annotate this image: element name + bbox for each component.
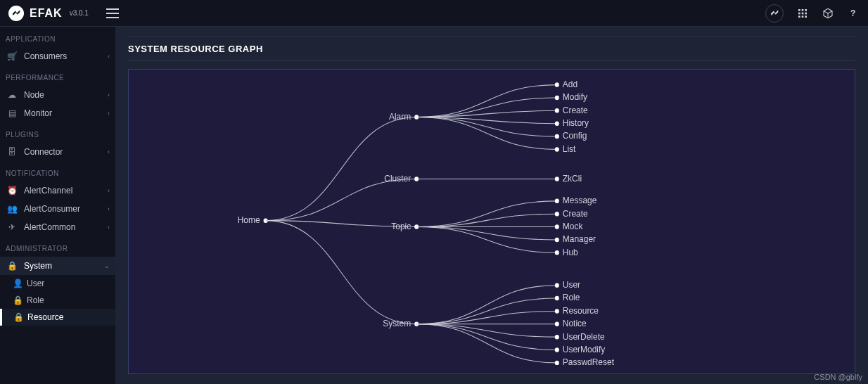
sidebar-item-role[interactable]: 🔒Role [0,292,115,309]
sidebar-item-alertconsumer[interactable]: 👥AlertConsumer‹ [0,200,115,218]
menu-icon: 👤 [13,279,23,288]
menu-label: Consumers [24,51,67,61]
sidebar-item-resource[interactable]: 🔒Resource [0,309,115,326]
brand: EFAK v3.0.1 [8,5,121,22]
svg-point-41 [555,238,559,242]
svg-text:Home: Home [238,215,260,226]
sidebar-item-monitor[interactable]: ▤Monitor‹ [0,104,115,122]
menu-label: Node [24,90,44,100]
graph-card: SYSTEM RESOURCE GRAPH HomeAlarmAddModify… [128,44,855,374]
grid-icon[interactable] [796,7,809,20]
sidebar-item-alertcommon[interactable]: ✈AlertCommon‹ [0,218,115,236]
menu-section: ADMINISTRATOR [0,236,115,257]
menu-section: PERFORMANCE [0,65,115,86]
svg-point-17 [555,82,559,87]
sidebar-item-system[interactable]: 🔒System⌄ [0,257,115,275]
chevron-icon: ‹ [108,224,110,231]
breadcrumb [128,27,855,37]
menu-label: Connector [24,147,63,157]
menu-label: Role [27,295,44,305]
sidebar-item-alertchannel[interactable]: ⏰AlertChannel‹ [0,181,115,200]
svg-rect-9 [798,15,800,18]
menu-section: PLUGINS [0,122,115,143]
chevron-icon: ‹ [108,53,110,60]
chevron-icon: ‹ [108,91,110,98]
svg-point-35 [555,199,559,203]
svg-text:List: List [563,143,576,154]
svg-text:User: User [563,280,580,290]
menu-icon: 🗄 [6,147,18,157]
svg-point-37 [555,212,559,216]
svg-text:?: ? [850,8,855,18]
svg-text:UserDelete: UserDelete [563,331,605,342]
svg-text:Role: Role [563,293,580,303]
chevron-icon: ⌄ [104,262,110,269]
user-avatar[interactable] [765,4,784,23]
svg-point-59 [555,361,559,365]
menu-icon: ☁ [6,90,18,100]
sidebar-item-consumers[interactable]: 🛒Consumers‹ [0,47,115,65]
svg-rect-8 [805,12,807,14]
menu-label: AlertChannel [24,186,72,196]
sidebar-item-connector[interactable]: 🗄Connector‹ [0,143,115,161]
svg-point-51 [555,309,559,313]
svg-point-19 [555,96,559,100]
svg-text:Notice: Notice [563,319,587,329]
brand-logo [8,6,24,21]
svg-rect-11 [805,15,807,18]
menu-icon: 🔒 [13,312,23,322]
menu-label: Resource [27,312,63,322]
menu-label: AlertConsumer [24,204,80,214]
svg-rect-7 [802,12,804,14]
chevron-icon: ‹ [108,187,110,194]
menu-label: Monitor [24,108,52,118]
svg-text:Add: Add [563,79,577,90]
sidebar-toggle[interactable] [104,5,121,22]
svg-rect-5 [805,9,807,11]
topbar: EFAK v3.0.1 ? [0,0,868,27]
menu-icon: 🛒 [6,51,18,61]
svg-point-49 [555,296,559,300]
svg-point-23 [555,121,559,125]
menu-label: System [24,261,52,271]
menu-icon: 🔒 [13,295,23,305]
box-icon[interactable] [822,7,834,20]
help-icon[interactable]: ? [847,7,860,20]
svg-rect-4 [802,9,804,11]
brand-version: v3.0.1 [70,9,89,17]
chevron-icon: ‹ [108,205,110,212]
graph-frame[interactable]: HomeAlarmAddModifyCreateHistoryConfigLis… [128,69,855,374]
svg-text:Modify: Modify [563,92,588,103]
sidebar-item-node[interactable]: ☁Node‹ [0,86,115,104]
svg-point-31 [555,177,559,181]
svg-point-39 [555,224,559,229]
svg-point-21 [555,108,559,113]
svg-text:Config: Config [563,131,587,141]
svg-text:Resource: Resource [563,305,599,316]
content: SYSTEM RESOURCE GRAPH HomeAlarmAddModify… [115,27,868,384]
chevron-icon: ‹ [108,110,110,117]
svg-text:Create: Create [563,208,588,219]
card-title: SYSTEM RESOURCE GRAPH [128,44,855,60]
svg-point-27 [555,147,559,151]
chevron-icon: ‹ [108,148,110,155]
svg-text:System: System [383,319,411,329]
svg-text:Topic: Topic [391,222,411,232]
svg-text:Alarm: Alarm [389,111,411,122]
menu-section: APPLICATION [0,27,115,47]
menu-icon: 🔒 [6,261,18,271]
svg-text:History: History [563,118,589,129]
menu-label: User [27,279,44,288]
sidebar-item-user[interactable]: 👤User [0,275,115,292]
svg-text:Manager: Manager [563,234,596,245]
menu-section: NOTIFICATION [0,161,115,181]
resource-graph: HomeAlarmAddModifyCreateHistoryConfigLis… [129,70,855,373]
topbar-right: ? [765,4,860,23]
menu-icon: ▤ [6,108,18,118]
menu-icon: ⏰ [6,186,18,196]
svg-point-55 [555,335,559,339]
svg-text:Message: Message [563,196,597,206]
svg-text:Create: Create [563,105,588,115]
svg-point-53 [555,322,559,326]
svg-point-43 [555,250,559,255]
